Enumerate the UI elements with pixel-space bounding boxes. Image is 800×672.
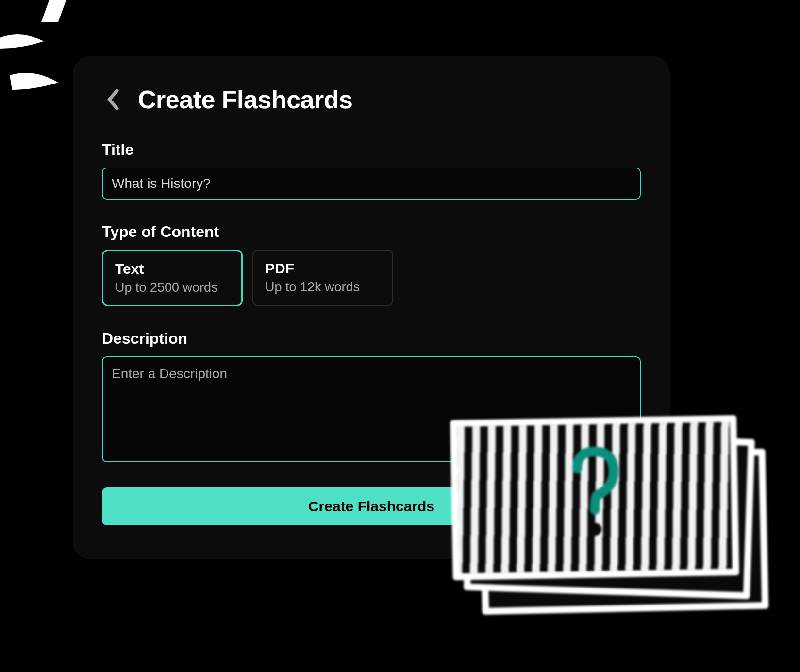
content-type-options: Text Up to 2500 words PDF Up to 12k word…	[102, 250, 641, 306]
chevron-left-icon	[106, 89, 119, 110]
option-title: Text	[115, 261, 230, 277]
header-row: Create Flashcards	[102, 85, 641, 114]
back-button[interactable]	[102, 89, 123, 110]
title-input[interactable]	[102, 168, 641, 200]
option-subtitle: Up to 2500 words	[115, 280, 230, 295]
page-title: Create Flashcards	[138, 85, 352, 114]
content-type-pdf[interactable]: PDF Up to 12k words	[252, 250, 393, 306]
title-label: Title	[102, 141, 641, 159]
create-flashcards-button[interactable]: Create Flashcards	[102, 487, 641, 525]
content-type-text[interactable]: Text Up to 2500 words	[102, 250, 243, 306]
option-subtitle: Up to 12k words	[265, 280, 381, 295]
content-type-label: Type of Content	[102, 223, 641, 241]
create-flashcards-panel: Create Flashcards Title Type of Content …	[73, 56, 670, 559]
description-label: Description	[102, 330, 641, 348]
description-input[interactable]	[102, 356, 641, 462]
option-title: PDF	[265, 260, 381, 277]
